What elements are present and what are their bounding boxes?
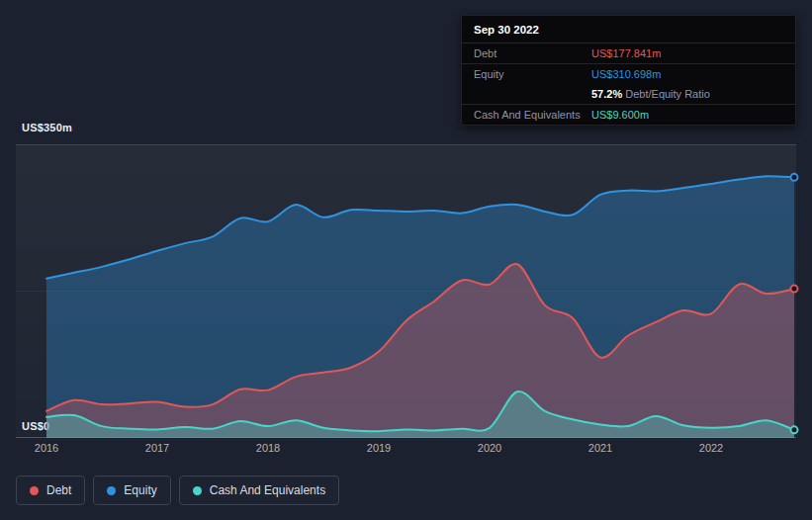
page-root: { "tooltip": { "date": "Sep 30 2022", "r… — [0, 0, 812, 520]
tooltip-date: Sep 30 2022 — [462, 16, 795, 43]
x-axis-label: 2016 — [35, 442, 58, 454]
legend-cash-label: Cash And Equivalents — [210, 483, 325, 497]
tooltip-debt-label: Debt — [462, 43, 591, 63]
tooltip-row-cash: Cash And Equivalents US$9.600m — [462, 104, 795, 125]
x-axis-label: 2022 — [699, 442, 723, 454]
equity-legend-dot-icon — [107, 486, 116, 495]
marker-equity[interactable] — [791, 174, 798, 181]
y-axis-label-top: US$350m — [22, 122, 72, 133]
chart-tooltip: Sep 30 2022 Debt US$177.841m Equity US$3… — [461, 15, 796, 126]
tooltip-ratio-value: 57.2% Debt/Equity Ratio — [591, 84, 722, 104]
cash-legend-dot-icon — [193, 486, 202, 495]
x-axis-label: 2019 — [367, 442, 391, 454]
legend-item-cash[interactable]: Cash And Equivalents — [179, 476, 339, 505]
legend-item-equity[interactable]: Equity — [93, 476, 170, 505]
chart-legend: Debt Equity Cash And Equivalents — [16, 476, 339, 505]
marker-debt[interactable] — [791, 286, 798, 293]
tooltip-equity-value: US$310.698m — [591, 64, 673, 84]
x-axis-label: 2020 — [478, 442, 501, 454]
tooltip-cash-label: Cash And Equivalents — [462, 105, 591, 125]
x-axis-label: 2018 — [256, 442, 280, 454]
x-axis-label: 2017 — [145, 442, 169, 454]
tooltip-equity-label: Equity — [462, 64, 591, 84]
tooltip-row-equity: Equity US$310.698m — [462, 63, 795, 84]
legend-debt-label: Debt — [46, 483, 71, 497]
tooltip-row-ratio: 57.2% Debt/Equity Ratio — [462, 84, 795, 104]
x-axis: 2016201720182019202020212022 — [0, 442, 812, 456]
tooltip-cash-value: US$9.600m — [591, 105, 661, 125]
debt-legend-dot-icon — [30, 486, 39, 495]
tooltip-ratio-text: Debt/Equity Ratio — [622, 88, 710, 100]
tooltip-row-debt: Debt US$177.841m — [462, 43, 795, 63]
marker-cash-and-equivalents[interactable] — [791, 426, 798, 433]
chart-svg[interactable] — [16, 144, 796, 438]
legend-item-debt[interactable]: Debt — [16, 476, 85, 505]
tooltip-debt-value: US$177.841m — [591, 43, 673, 63]
legend-equity-label: Equity — [124, 483, 156, 497]
x-axis-label: 2021 — [588, 442, 612, 454]
tooltip-ratio-label — [462, 90, 591, 98]
tooltip-ratio-percent: 57.2% — [591, 88, 622, 100]
